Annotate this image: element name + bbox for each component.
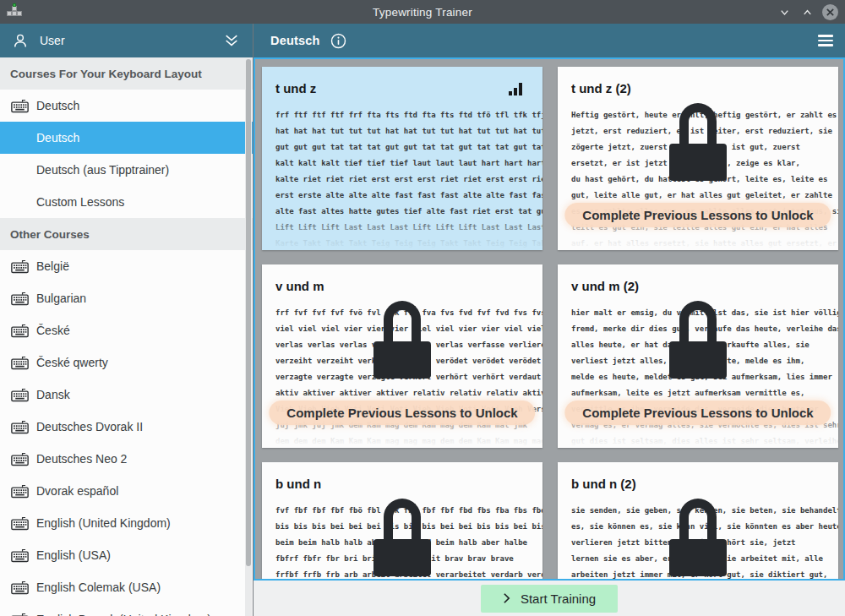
course-label: English (United Kingdom) xyxy=(36,516,171,530)
lock-icon xyxy=(373,499,431,576)
keyboard-icon xyxy=(11,420,29,434)
footer-bar: Start Training xyxy=(254,581,845,616)
person-icon xyxy=(12,32,29,49)
close-x-icon xyxy=(826,8,835,17)
keyboard-icon xyxy=(11,292,29,306)
course-label: Deutsch xyxy=(36,99,79,112)
sidebar-item-deutsches-neo-2[interactable]: Deutsches Neo 2 xyxy=(0,443,253,475)
lesson-title: v und m (2) xyxy=(571,279,825,294)
double-chevron-down-icon xyxy=(222,33,241,48)
course-title: Deutsch xyxy=(270,34,320,47)
course-label: Dansk xyxy=(36,388,70,401)
section-label: Other Courses xyxy=(10,228,90,241)
keyboard-icon xyxy=(11,99,29,113)
sidebar-item-custom-lessons[interactable]: Custom Lessons xyxy=(0,186,253,218)
lesson-title: b und n xyxy=(275,477,529,492)
chevron-down-icon xyxy=(778,6,791,19)
close-button[interactable] xyxy=(822,4,838,20)
maximize-button[interactable] xyxy=(799,4,815,19)
course-label: België xyxy=(36,259,69,273)
course-label: Bulgarian xyxy=(36,292,86,305)
sidebar-item-esk-qwerty[interactable]: České qwerty xyxy=(0,346,253,379)
sidebar: User Courses For Your Keyboard Layout De… xyxy=(0,24,254,616)
sidebar-item-deutsch[interactable]: Deutsch xyxy=(0,122,253,154)
lesson-card-v-und-m-2[interactable]: v und m (2) hier malt er emsig, du vermi… xyxy=(558,264,838,448)
sidebar-item-esk[interactable]: České xyxy=(0,314,253,346)
window-title: Typewriting Trainer xyxy=(0,6,845,19)
minimize-button[interactable] xyxy=(777,4,792,19)
sidebar-item-english-dvorak-united-kingdom[interactable]: English Dvorak (United Kingdom) xyxy=(0,603,253,616)
lesson-title: t und z xyxy=(275,81,529,96)
titlebar: Typewriting Trainer xyxy=(0,0,845,24)
keyboard-icon xyxy=(11,581,29,595)
course-header: Deutsch xyxy=(254,24,845,57)
lesson-card-b-und-n-2[interactable]: b und n (2) sie senden, sie geben, sie k… xyxy=(558,462,838,581)
lock-icon xyxy=(373,301,431,379)
keyboard-icon xyxy=(11,613,29,616)
course-label: Deutsches Neo 2 xyxy=(36,452,127,466)
lesson-card-v-und-m[interactable]: v und m frf fvf fvf fvf fvö fvl fvk fvj … xyxy=(262,264,542,448)
course-label: České qwerty xyxy=(36,356,108,369)
sidebar-item-deutsch-aus-tipptrainer[interactable]: Deutsch (aus Tipptrainer) xyxy=(0,154,253,186)
keyboard-icon xyxy=(11,516,29,531)
lesson-preview-text: frf ftf ftf ftf frf fta fts ftd fta fts … xyxy=(275,107,529,250)
sidebar-item-deutsches-dvorak-ii[interactable]: Deutsches Dvorak II xyxy=(0,411,253,443)
sidebar-item-english-united-kingdom[interactable]: English (United Kingdom) xyxy=(0,507,253,539)
stats-bars-icon xyxy=(509,83,522,95)
sidebar-item-belgi[interactable]: België xyxy=(0,250,253,282)
lesson-title: t und z (2) xyxy=(571,81,825,96)
course-label: Deutsch (aus Tipptrainer) xyxy=(36,163,169,177)
keyboard-icon xyxy=(11,356,29,370)
sidebar-section-other-courses: Other Courses xyxy=(0,218,253,250)
keyboard-icon xyxy=(11,452,29,466)
keyboard-icon xyxy=(11,388,29,402)
course-label: English (USA) xyxy=(36,548,111,562)
lesson-title: b und n (2) xyxy=(571,477,825,492)
unlock-badge: Complete Previous Lessons to Unlock xyxy=(269,401,535,425)
course-label: Custom Lessons xyxy=(36,195,124,209)
start-training-label: Start Training xyxy=(521,591,596,606)
chevron-up-icon xyxy=(801,6,814,19)
lock-icon xyxy=(669,301,727,379)
sidebar-course-list: Courses For Your Keyboard Layout Deutsch… xyxy=(0,57,253,616)
course-label: Deutsches Dvorak II xyxy=(36,420,143,433)
unlock-badge: Complete Previous Lessons to Unlock xyxy=(564,401,831,425)
chevron-right-icon xyxy=(503,592,510,604)
sidebar-item-english-colemak-usa[interactable]: English Colemak (USA) xyxy=(0,571,253,603)
keyboard-icon xyxy=(11,259,29,274)
course-label: České xyxy=(36,324,70,337)
start-training-button[interactable]: Start Training xyxy=(481,585,618,613)
user-selector[interactable]: User xyxy=(0,24,253,57)
sidebar-scrollbar[interactable] xyxy=(245,57,252,616)
lock-icon xyxy=(669,103,727,181)
sidebar-item-dvorak-espa-ol[interactable]: Dvorak español xyxy=(0,475,253,507)
sidebar-item-english-usa[interactable]: English (USA) xyxy=(0,539,253,571)
unlock-badge: Complete Previous Lessons to Unlock xyxy=(564,203,831,227)
sidebar-section-courses-for-your-keyboard-layout: Courses For Your Keyboard Layout xyxy=(0,57,253,90)
course-label: English Colemak (USA) xyxy=(36,581,161,594)
sidebar-scrollbar-thumb[interactable] xyxy=(246,59,251,566)
course-label: English Dvorak (United Kingdom) xyxy=(36,613,211,616)
section-label: Courses For Your Keyboard Layout xyxy=(10,68,202,80)
lesson-card-t-und-z-2[interactable]: t und z (2) Heftig gestört, heute erzähl… xyxy=(558,67,838,250)
sidebar-item-bulgarian[interactable]: Bulgarian xyxy=(0,282,253,314)
keyboard-icon xyxy=(11,324,29,338)
sidebar-item-deutsch[interactable]: Deutsch xyxy=(0,90,253,122)
info-circle-icon[interactable] xyxy=(330,33,346,49)
user-label: User xyxy=(40,34,65,47)
hamburger-menu-icon[interactable] xyxy=(818,35,833,46)
lesson-card-b-und-n[interactable]: b und n fvf fbf fbf fbf fbö fbl fbk fbj … xyxy=(262,462,542,581)
lesson-grid: t und z frf ftf ftf ftf frf fta fts ftd … xyxy=(255,59,843,581)
keyboard-icon xyxy=(11,548,29,563)
lesson-card-t-und-z[interactable]: t und z frf ftf ftf ftf frf fta fts ftd … xyxy=(262,67,542,250)
lesson-area: t und z frf ftf ftf ftf frf fta fts ftd … xyxy=(254,57,845,581)
course-label: Deutsch xyxy=(36,131,79,144)
lesson-title: v und m xyxy=(275,279,529,294)
lock-icon xyxy=(669,499,727,576)
course-label: Dvorak español xyxy=(36,484,118,498)
keyboard-icon xyxy=(11,484,29,499)
sidebar-item-dansk[interactable]: Dansk xyxy=(0,379,253,411)
